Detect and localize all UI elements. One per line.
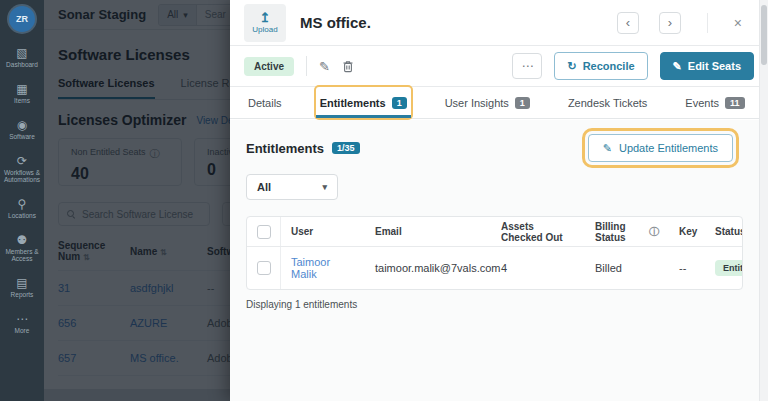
drawer-tabs: Details Entitlements 1 User Insights 1 Z…	[230, 87, 768, 119]
select-all-checkbox[interactable]	[257, 225, 271, 239]
trash-icon[interactable]	[342, 60, 354, 73]
column-header: User	[281, 226, 365, 237]
tab-count-badge: 1	[392, 97, 407, 109]
license-detail-drawer: ↥ Upload MS office. ‹ › × Active ✎ ⋯ ↻ R…	[230, 0, 768, 401]
entitlements-footer-text: Displaying 1 entitlements	[246, 299, 743, 310]
pencil-icon: ✎	[673, 60, 682, 73]
sidebar-item-more[interactable]: ⋯ More	[0, 313, 44, 334]
divider	[707, 13, 708, 33]
entitlements-table: User Email Assets Checked Out Billing St…	[246, 216, 743, 290]
drawer-title: MS office.	[300, 14, 603, 31]
count-badge: 1/35	[332, 142, 360, 154]
key-cell: --	[669, 262, 705, 274]
email-cell: taimoor.malik@7vals.com	[365, 262, 491, 274]
more-actions-button[interactable]: ⋯	[512, 53, 542, 79]
billing-cell: Billed	[585, 262, 669, 274]
sidebar-item-label: More	[15, 327, 30, 334]
app-sidebar: ZR ▧ Dashboard ▦ Items ◉ Software ⟳ Work…	[0, 0, 44, 401]
sidebar-item-label: Members & Access	[0, 248, 44, 262]
avatar[interactable]: ZR	[9, 6, 35, 32]
sidebar-item-workflows[interactable]: ⟳ Workflows & Automations	[0, 155, 44, 183]
workflows-icon: ⟳	[17, 155, 27, 167]
entitlements-filter-dropdown[interactable]: All ▾	[246, 174, 338, 200]
sidebar-item-label: Software	[9, 133, 35, 140]
upload-icon: ↥	[260, 11, 271, 24]
items-icon: ▦	[16, 83, 27, 95]
reconcile-button[interactable]: ↻ Reconcile	[554, 52, 647, 80]
update-entitlements-button[interactable]: ✎ Update Entitlements	[588, 134, 733, 162]
sidebar-item-locations[interactable]: ⚲ Locations	[0, 198, 44, 219]
entitlement-row[interactable]: Taimoor Malik taimoor.malik@7vals.com 4 …	[247, 247, 742, 289]
sidebar-item-label: Reports	[11, 291, 34, 298]
status-badge: Active	[244, 57, 294, 76]
edit-seats-button[interactable]: ✎ Edit Seats	[660, 52, 754, 80]
column-header: Assets Checked Out	[491, 221, 585, 243]
column-header: Billing Status ⓘ	[585, 221, 669, 243]
tab-user-insights[interactable]: User Insights 1	[441, 87, 534, 118]
sidebar-item-dashboard[interactable]: ▧ Dashboard	[0, 47, 44, 68]
section-title: Entitlements	[246, 141, 324, 156]
entitlements-table-header: User Email Assets Checked Out Billing St…	[247, 217, 742, 247]
tab-count-badge: 1	[515, 97, 530, 109]
chevron-right-icon: ›	[668, 15, 672, 30]
entitlements-panel: Entitlements 1/35 ✎ Update Entitlements …	[230, 120, 759, 401]
tab-count-badge: 11	[725, 97, 745, 109]
members-icon: ⚉	[17, 234, 28, 246]
location-pin-icon: ⚲	[18, 198, 27, 210]
tab-zendesk-tickets[interactable]: Zendesk Tickets	[564, 87, 651, 118]
chevron-left-icon: ‹	[626, 15, 630, 30]
info-icon: ⓘ	[649, 225, 659, 239]
sidebar-item-items[interactable]: ▦ Items	[0, 83, 44, 104]
upload-button[interactable]: ↥ Upload	[244, 4, 286, 42]
close-icon[interactable]: ×	[734, 15, 742, 31]
tab-entitlements[interactable]: Entitlements 1	[316, 87, 411, 118]
drawer-header: ↥ Upload MS office. ‹ › ×	[230, 0, 768, 46]
drawer-toolbar: Active ✎ ⋯ ↻ Reconcile ✎ Edit Seats	[230, 46, 768, 87]
pencil-icon: ✎	[603, 142, 612, 155]
software-icon: ◉	[17, 119, 27, 131]
column-header: Status	[705, 226, 743, 237]
dashboard-icon: ▧	[16, 47, 27, 59]
entitled-badge: Entitled	[715, 260, 743, 276]
edit-icon[interactable]: ✎	[319, 59, 330, 74]
sidebar-item-reports[interactable]: ▤ Reports	[0, 277, 44, 298]
divider	[306, 56, 307, 76]
scrollbar-thumb[interactable]	[761, 5, 767, 65]
sidebar-item-members[interactable]: ⚉ Members & Access	[0, 234, 44, 262]
scrollbar[interactable]	[759, 0, 768, 401]
next-record-button[interactable]: ›	[659, 12, 681, 34]
tab-events[interactable]: Events 11	[681, 87, 748, 118]
refresh-icon: ↻	[567, 60, 576, 73]
column-header: Email	[365, 226, 491, 237]
sidebar-item-software[interactable]: ◉ Software	[0, 119, 44, 140]
sidebar-item-label: Dashboard	[6, 61, 38, 68]
sidebar-item-label: Workflows & Automations	[0, 169, 44, 183]
ellipsis-icon: ⋯	[521, 59, 533, 73]
sidebar-item-label: Locations	[8, 212, 36, 219]
user-link[interactable]: Taimoor Malik	[291, 256, 355, 280]
assets-cell: 4	[491, 262, 585, 274]
column-header: Key	[669, 226, 705, 237]
tab-details[interactable]: Details	[244, 87, 286, 118]
previous-record-button[interactable]: ‹	[617, 12, 639, 34]
reports-icon: ▤	[16, 277, 27, 289]
more-icon: ⋯	[16, 313, 28, 325]
row-checkbox[interactable]	[257, 261, 271, 275]
chevron-down-icon: ▾	[322, 182, 327, 192]
sidebar-item-label: Items	[14, 97, 30, 104]
